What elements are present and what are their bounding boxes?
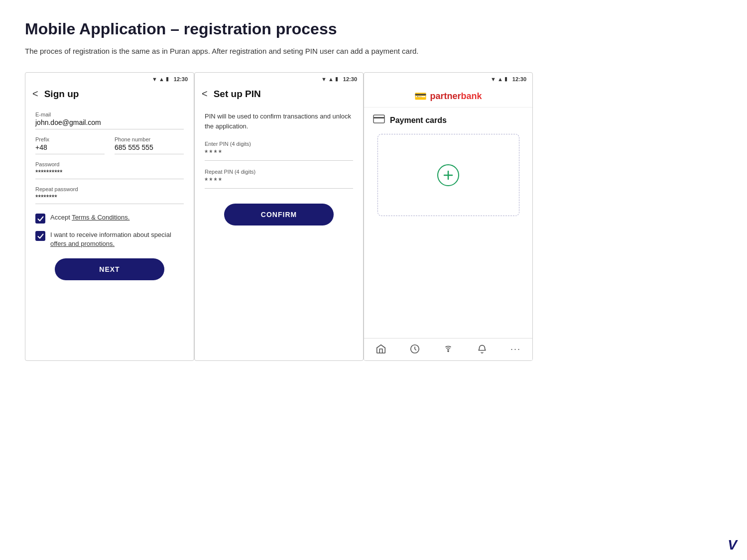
- checkbox1-label: Accept Terms & Conditions.: [50, 213, 129, 222]
- phone-value[interactable]: 685 555 555: [115, 143, 184, 154]
- phone-fields: Prefix +48 Phone number 685 555 555: [35, 136, 184, 161]
- status-bar-2: ▼ ▲ ▮ 12:30: [195, 73, 363, 84]
- prefix-value[interactable]: +48: [35, 143, 105, 154]
- wifi-icon-1: ▼: [152, 76, 157, 82]
- password-value[interactable]: **********: [35, 168, 184, 179]
- partner-header: 💳 partnerbank: [364, 84, 532, 108]
- partner-black: bank: [461, 91, 482, 101]
- signal-icon-3: ▲: [498, 76, 503, 82]
- screen1-content: E-mail john.doe@gmail.com Prefix +48 Pho…: [25, 105, 194, 287]
- payment-section: Payment cards: [364, 108, 532, 223]
- status-icons-1: ▼ ▲ ▮: [152, 76, 169, 82]
- nav-bell[interactable]: [477, 343, 488, 354]
- payment-row: Payment cards: [373, 114, 523, 126]
- signal-icon-1: ▲: [159, 76, 164, 82]
- email-field-group: E-mail john.doe@gmail.com: [35, 112, 184, 129]
- checkbox2[interactable]: [35, 231, 45, 241]
- screens-container: ▼ ▲ ▮ 12:30 < Sign up E-mail john.doe@gm…: [25, 72, 722, 361]
- status-icons-2: ▼ ▲ ▮: [321, 76, 338, 82]
- email-label: E-mail: [35, 112, 184, 117]
- confirm-button[interactable]: CONFIRM: [224, 204, 334, 225]
- checkmark2-icon: [37, 233, 44, 239]
- screen-pin: ▼ ▲ ▮ 12:30 < Set up PIN PIN will be use…: [194, 72, 364, 361]
- next-button[interactable]: NEXT: [55, 258, 164, 280]
- svg-point-5: [448, 351, 449, 352]
- nav-clock[interactable]: [409, 343, 420, 354]
- nav-nfc[interactable]: [443, 343, 454, 354]
- repeat-password-label: Repeat password: [35, 186, 184, 192]
- status-bar-1: ▼ ▲ ▮ 12:30: [25, 73, 194, 84]
- checkbox2-row: I want to receive information about spec…: [35, 230, 184, 248]
- pin2-label: Repeat PIN (4 digits): [205, 169, 353, 175]
- time-2: 12:30: [343, 76, 357, 82]
- checkmark1-icon: [37, 216, 44, 222]
- wifi-icon-3: ▼: [491, 76, 496, 82]
- card-icon: [373, 114, 385, 126]
- password-field-group: Password **********: [35, 161, 184, 179]
- battery-icon-3: ▮: [504, 76, 507, 82]
- pin1-label: Enter PIN (4 digits): [205, 141, 353, 147]
- add-card-plus-button[interactable]: [437, 164, 459, 186]
- back-arrow-1[interactable]: <: [32, 88, 38, 100]
- bell-icon: [477, 343, 488, 354]
- nav-bar-1: < Sign up: [25, 84, 194, 105]
- prefix-label: Prefix: [35, 136, 105, 142]
- more-dots-icon: ···: [510, 344, 521, 354]
- checkbox2-label: I want to receive information about spec…: [50, 230, 184, 248]
- checkbox1-row: Accept Terms & Conditions.: [35, 213, 184, 224]
- phone-field-group: Phone number 685 555 555: [115, 136, 184, 154]
- nav-more[interactable]: ···: [510, 344, 521, 354]
- partner-logo-text: partnerbank: [430, 91, 482, 102]
- battery-icon-1: ▮: [166, 76, 169, 82]
- email-value[interactable]: john.doe@gmail.com: [35, 118, 184, 129]
- partner-logo-icon: 💳: [414, 90, 427, 102]
- repeat-password-field-group: Repeat password ********: [35, 186, 184, 204]
- password-label: Password: [35, 161, 184, 167]
- nav-home[interactable]: [375, 343, 386, 354]
- status-bar-3: ▼ ▲ ▮ 12:30: [364, 73, 532, 84]
- pin-description: PIN will be used to confirm transactions…: [205, 112, 353, 131]
- back-arrow-2[interactable]: <: [202, 88, 208, 100]
- screen-partnerbank: ▼ ▲ ▮ 12:30 💳 partnerbank: [364, 72, 533, 361]
- pin1-field-group: Enter PIN (4 digits) ****: [205, 141, 353, 161]
- status-icons-3: ▼ ▲ ▮: [491, 76, 507, 82]
- partner-logo: 💳 partnerbank: [414, 90, 482, 102]
- partner-red: partner: [430, 91, 461, 101]
- payment-label: Payment cards: [390, 116, 447, 125]
- add-card-box: [377, 134, 519, 216]
- screen1-title: Sign up: [44, 89, 79, 100]
- plus-icon: [442, 169, 454, 181]
- time-3: 12:30: [512, 76, 526, 82]
- time-1: 12:30: [174, 76, 188, 82]
- nav-bar-2: < Set up PIN: [195, 84, 363, 105]
- wifi-icon-2: ▼: [321, 76, 327, 82]
- clock-icon: [409, 343, 420, 354]
- page-title: Mobile Application – registration proces…: [25, 20, 722, 38]
- svg-rect-0: [374, 115, 384, 123]
- pin1-value[interactable]: ****: [205, 149, 353, 161]
- checkbox1[interactable]: [35, 214, 45, 224]
- svg-rect-1: [374, 117, 384, 118]
- battery-icon-2: ▮: [335, 76, 338, 82]
- pin2-field-group: Repeat PIN (4 digits) ****: [205, 169, 353, 189]
- bottom-nav: ···: [364, 338, 532, 360]
- home-icon: [375, 343, 386, 354]
- screen2-title: Set up PIN: [214, 89, 261, 100]
- pin2-value[interactable]: ****: [205, 177, 353, 189]
- signal-icon-2: ▲: [328, 76, 334, 82]
- nfc-icon: [443, 343, 454, 354]
- prefix-field-group: Prefix +48: [35, 136, 105, 154]
- screen-signup: ▼ ▲ ▮ 12:30 < Sign up E-mail john.doe@gm…: [25, 72, 194, 361]
- repeat-password-value[interactable]: ********: [35, 193, 184, 204]
- phone-label: Phone number: [115, 136, 184, 142]
- page-description: The proces of registration is the same a…: [25, 45, 473, 57]
- screen2-content: PIN will be used to confirm transactions…: [195, 105, 363, 232]
